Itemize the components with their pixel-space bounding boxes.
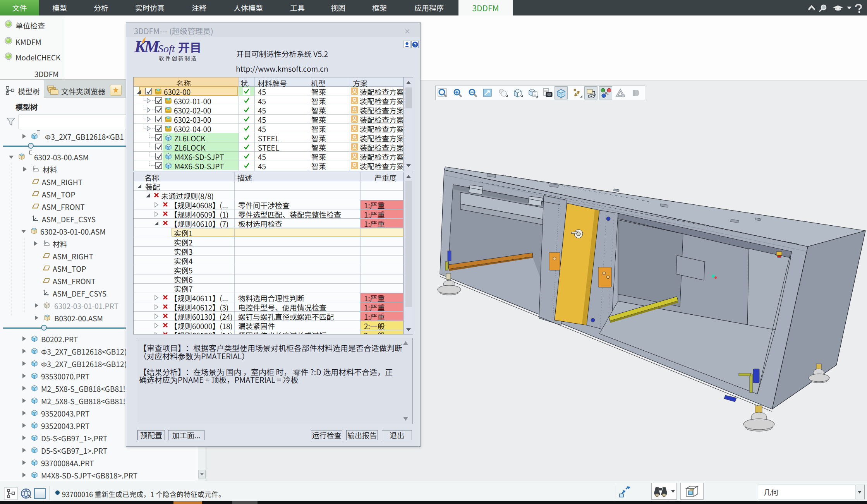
svg-text:Soft: Soft: [158, 43, 175, 55]
svg-text:KM: KM: [134, 37, 160, 56]
svg-text:开目: 开目: [178, 38, 201, 55]
svg-text:软件创新制造: 软件创新制造: [159, 54, 197, 62]
svg-text:?: ?: [414, 42, 417, 48]
